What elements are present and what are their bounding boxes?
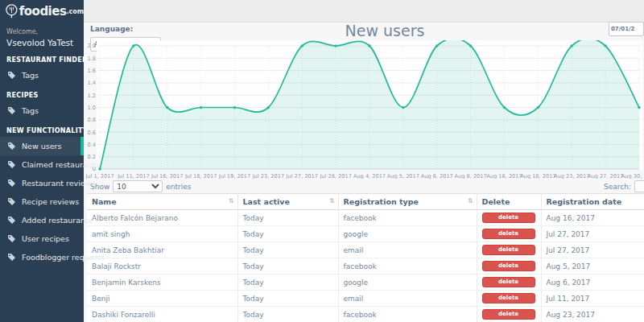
sidebar-item-tags[interactable]: Tags xyxy=(0,66,84,85)
date-range-input[interactable] xyxy=(609,22,644,36)
delete-button[interactable]: delete xyxy=(482,213,535,223)
registration-type-cell: facebook xyxy=(338,307,477,322)
registration-date-cell: Aug 5, 2017 xyxy=(541,258,644,275)
user-name: Vsevolod YaTest xyxy=(6,38,77,47)
delete-cell: delete xyxy=(477,275,541,291)
table-header-row: Name⇅Last active⇅Registration type⇅Delet… xyxy=(87,194,644,210)
delete-button[interactable]: delete xyxy=(482,293,535,303)
sidebar-item-label: Foodblogger requests xyxy=(22,253,105,262)
delete-button[interactable]: delete xyxy=(482,229,535,239)
tag-icon xyxy=(7,234,16,243)
pin-fork-logo-icon xyxy=(4,2,19,21)
svg-text:0.8: 0.8 xyxy=(88,117,97,123)
svg-text:Aug 27, 2017: Aug 27, 2017 xyxy=(588,173,623,179)
svg-text:Jul 28, 2017: Jul 28, 2017 xyxy=(319,173,351,179)
svg-text:Aug 8, 2017: Aug 8, 2017 xyxy=(455,173,487,179)
svg-text:Jul 27, 2017: Jul 27, 2017 xyxy=(286,173,318,179)
registration-date-cell: Aug 23, 2017 xyxy=(541,307,644,322)
table-row: Alberto Falcón BejaranoTodayfacebookdele… xyxy=(87,210,644,226)
registration-type-cell: email xyxy=(338,291,477,307)
logo-name: foodies xyxy=(19,4,67,19)
column-header-registration-date: Registration date xyxy=(541,194,644,210)
svg-text:1.8: 1.8 xyxy=(88,56,97,62)
user-name-cell: Alberto Falcón Bejarano xyxy=(87,210,237,226)
search-input[interactable] xyxy=(634,180,644,192)
user-name-cell: amit singh xyxy=(87,226,237,242)
new-users-area-chart: 2.01.81.61.41.21.00.80.60.40.20Jul 1, 20… xyxy=(85,40,642,179)
table-row: Anita Zeba BakhtiarTodayemaildeleteJul 2… xyxy=(87,242,644,258)
sort-icon[interactable]: ⇅ xyxy=(329,197,335,204)
registration-date-cell: Jul 11, 2017 xyxy=(541,291,644,307)
sidebar-item-new-users[interactable]: New users xyxy=(0,137,84,155)
registration-date-cell: Jul 27, 2017 xyxy=(541,226,644,242)
sidebar-item-foodblogger-requests[interactable]: Foodblogger requests xyxy=(0,248,84,266)
sidebar-item-label: New users xyxy=(22,142,61,151)
column-header-registration-type[interactable]: Registration type⇅ xyxy=(338,194,477,210)
sort-icon[interactable]: ⇅ xyxy=(468,197,473,204)
last-active-cell: Today xyxy=(237,275,338,291)
table-row: Dashiki FonzarelliTodayfacebookdeleteAug… xyxy=(87,307,644,322)
svg-text:1.4: 1.4 xyxy=(88,80,97,86)
delete-button[interactable]: delete xyxy=(482,277,535,287)
tag-icon xyxy=(7,106,16,115)
logo-tld: .com xyxy=(66,8,84,15)
show-entries-control: Show 10 entries xyxy=(90,180,192,192)
welcome-block: Welcome, Vsevolod YaTest xyxy=(0,23,84,49)
sidebar-item-restaurant-reviews[interactable]: Restaurant reviews xyxy=(0,174,84,192)
user-name-cell: Balaji Rockstr xyxy=(87,258,237,275)
svg-text:Aug 5, 2017: Aug 5, 2017 xyxy=(387,173,419,179)
sidebar-item-label: Tags xyxy=(22,106,39,115)
sidebar-item-label: User recipes xyxy=(22,234,69,243)
sidebar-item-user-recipes[interactable]: User recipes xyxy=(0,229,84,248)
sort-icon[interactable]: ⇅ xyxy=(229,197,234,204)
svg-text:Jul 16, 2017: Jul 16, 2017 xyxy=(151,173,183,179)
svg-text:1.2: 1.2 xyxy=(88,93,97,99)
table-row: amit singhTodaygoogledeleteJul 27, 2017 xyxy=(87,226,644,242)
last-active-cell: Today xyxy=(237,291,338,307)
svg-text:Aug 23, 2017: Aug 23, 2017 xyxy=(554,173,589,179)
svg-text:0.2: 0.2 xyxy=(88,154,97,160)
registration-type-cell: google xyxy=(338,226,477,242)
entries-label: entries xyxy=(166,183,191,191)
logo[interactable]: foodies.com xyxy=(0,0,84,23)
svg-text:Jul 18, 2017: Jul 18, 2017 xyxy=(184,173,217,179)
delete-button[interactable]: delete xyxy=(482,261,535,271)
user-name-cell: Benjamin Karskens xyxy=(87,275,237,291)
tag-icon xyxy=(7,160,16,169)
delete-cell: delete xyxy=(477,226,541,242)
last-active-cell: Today xyxy=(237,226,338,242)
sidebar-item-label: Claimed restaurants xyxy=(22,160,99,169)
delete-cell: delete xyxy=(477,210,541,226)
user-name-cell: Dashiki Fonzarelli xyxy=(87,307,237,322)
sidebar-item-label: Added restaurants xyxy=(22,216,93,225)
svg-text:0.6: 0.6 xyxy=(88,130,97,136)
entries-length-select[interactable]: 10 xyxy=(113,180,163,192)
user-name-cell: Benji xyxy=(87,291,237,307)
svg-text:Aug 4, 2017: Aug 4, 2017 xyxy=(353,173,386,179)
sidebar-nav: RESTAURANT FINDER TagsRECIPES TagsNEW FU… xyxy=(0,49,84,266)
last-active-cell: Today xyxy=(237,242,338,258)
registration-type-cell: email xyxy=(338,242,477,258)
delete-button[interactable]: delete xyxy=(482,245,535,255)
registration-date-cell: Aug 16, 2017 xyxy=(541,210,644,226)
svg-text:Aug 30, 2017: Aug 30, 2017 xyxy=(621,173,642,179)
sidebar-item-label: Restaurant reviews xyxy=(22,179,95,188)
tag-icon xyxy=(7,197,16,206)
column-label: Last active xyxy=(243,197,290,206)
tag-icon xyxy=(7,179,16,188)
svg-text:1.0: 1.0 xyxy=(88,105,97,111)
sidebar-item-tags[interactable]: Tags xyxy=(0,101,84,120)
registration-type-cell: google xyxy=(338,275,477,291)
search-control: Search: xyxy=(604,180,644,192)
top-nav-bar xyxy=(84,0,644,23)
main-content: Language: All New users 2.01.81.61.41.21… xyxy=(84,0,644,322)
svg-text:0.4: 0.4 xyxy=(88,142,97,148)
column-label: Name xyxy=(92,197,117,206)
sidebar-item-recipe-reviews[interactable]: Recipe reviews xyxy=(0,192,84,211)
column-header-name[interactable]: Name⇅ xyxy=(87,194,237,210)
delete-cell: delete xyxy=(477,242,541,258)
column-header-last-active[interactable]: Last active⇅ xyxy=(237,194,338,210)
sidebar-item-added-restaurants[interactable]: Added restaurants xyxy=(0,211,84,229)
delete-button[interactable]: delete xyxy=(482,309,535,320)
sidebar-item-claimed-restaurants[interactable]: Claimed restaurants xyxy=(0,155,84,174)
